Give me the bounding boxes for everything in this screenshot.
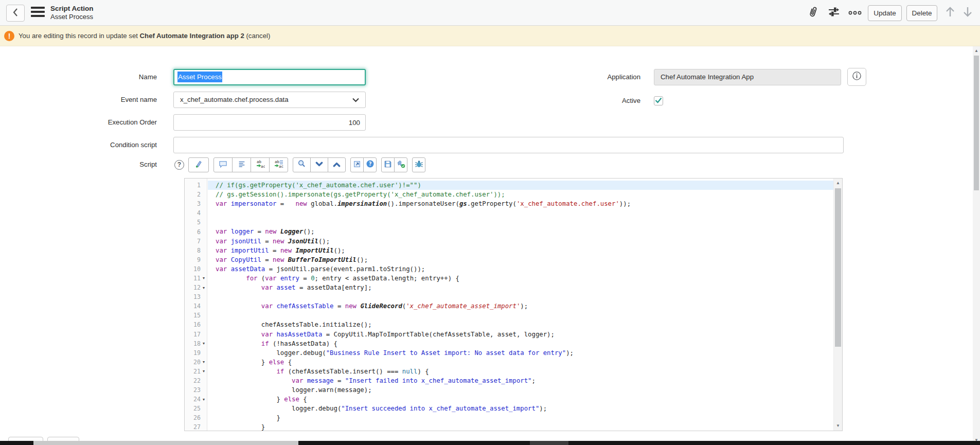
active-label: Active	[535, 93, 640, 109]
find-previous-button[interactable]	[328, 157, 346, 172]
code-line[interactable]: }	[208, 413, 833, 422]
code-fold-icon[interactable]: ▾	[201, 276, 207, 280]
line-number-row: 17	[185, 330, 207, 339]
editor-scroll-down-icon[interactable]: ▼	[834, 422, 842, 430]
update-button[interactable]: Update	[868, 5, 902, 21]
script-label: Script	[51, 156, 157, 173]
code-line[interactable]: var impersonator = new global.impersinat…	[208, 199, 833, 208]
code-fold-icon[interactable]: ▾	[201, 397, 207, 402]
page-scrollbar-thumb[interactable]	[974, 56, 979, 190]
event-name-label: Event name	[51, 92, 157, 108]
code-area[interactable]: // if(gs.getProperty('x_chef_automate.ch…	[208, 179, 833, 431]
save-button[interactable]	[381, 157, 395, 172]
line-number: 27	[193, 423, 201, 431]
line-number-row: 3	[185, 199, 207, 208]
code-line[interactable]: var assetData = jsonUtil.parse(event.par…	[208, 264, 833, 274]
debug-button[interactable]	[412, 157, 425, 172]
line-number: 26	[193, 414, 201, 421]
editor-scroll-up-icon[interactable]: ▲	[834, 180, 842, 187]
code-line[interactable]: var chefAssetsTable = new GlideRecord('x…	[208, 301, 833, 311]
event-name-value: x_chef_automate.chef.process.data	[180, 96, 289, 103]
open-in-new-window-button[interactable]	[350, 157, 364, 172]
more-options-button[interactable]	[848, 6, 862, 20]
code-line[interactable]: chefAssetsTable.initialize();	[208, 320, 833, 329]
line-number-row: 5	[185, 218, 207, 227]
line-number-gutter: 1234567891011▾12▾131415161718▾1920▾21▾22…	[185, 179, 207, 431]
delete-button[interactable]: Delete	[906, 5, 937, 21]
code-line[interactable]	[208, 218, 833, 227]
editor-scrollbar-thumb[interactable]	[835, 188, 841, 347]
line-number-row: 4	[185, 208, 207, 218]
bottom-bar-segment	[0, 441, 33, 445]
code-line[interactable]: var hasAssetData = CopyUtil.MapToImportT…	[208, 330, 833, 339]
comment-icon	[219, 160, 227, 170]
code-line[interactable]: // gs.getSession().impersonate(gs.getPro…	[208, 190, 833, 199]
code-line[interactable]: var logger = new Logger();	[208, 227, 833, 236]
code-line-active[interactable]: // if(gs.getProperty('x_chef_automate.ch…	[208, 181, 833, 190]
line-number: 21	[193, 368, 201, 375]
context-menu-icon[interactable]	[31, 7, 45, 19]
page-scrollbar[interactable]: ▲ ▼	[973, 46, 980, 445]
search-button[interactable]	[293, 157, 311, 172]
code-line[interactable]	[208, 292, 833, 301]
application-label: Application	[535, 69, 640, 85]
code-line[interactable]: logger.debug("Business Rule Insert to As…	[208, 348, 833, 358]
update-set-name: Chef Automate Integration app 2	[140, 32, 244, 40]
code-line[interactable]: if (!hasAssetData) {	[208, 339, 833, 348]
code-line[interactable]	[208, 208, 833, 218]
code-line[interactable]: logger.warn(message);	[208, 385, 833, 395]
code-line[interactable]: var importUtil = new ImportUtil();	[208, 246, 833, 255]
condition-script-input[interactable]	[173, 137, 844, 153]
code-fold-icon[interactable]: ▾	[201, 286, 207, 290]
code-fold-icon[interactable]: ▾	[201, 369, 207, 373]
code-line[interactable]: var asset = assetData[entry];	[208, 283, 833, 292]
editor-scrollbar[interactable]: ▲ ▼	[833, 179, 842, 431]
code-line[interactable]	[208, 311, 833, 320]
next-record-button[interactable]	[961, 6, 974, 20]
code-line[interactable]: }	[208, 422, 833, 431]
syntax-check-button[interactable]	[394, 157, 407, 172]
code-fold-icon[interactable]: ▾	[201, 341, 207, 346]
code-fold-icon[interactable]: ▾	[201, 360, 207, 364]
back-chevron-icon	[12, 7, 19, 20]
line-number: 24	[193, 396, 201, 403]
application-info-button[interactable]	[847, 68, 866, 86]
replace-all-button[interactable]: abac	[269, 157, 288, 172]
code-line[interactable]: if (chefAssetsTable.insert() === null) {	[208, 367, 833, 376]
attachment-button[interactable]	[806, 6, 819, 20]
comment-button[interactable]	[213, 157, 233, 172]
line-number-row: 1	[185, 181, 207, 190]
line-number-row: 24▾	[185, 395, 207, 404]
name-input[interactable]: Asset Process	[173, 69, 366, 85]
back-button[interactable]	[6, 5, 25, 22]
find-next-button[interactable]	[310, 157, 328, 172]
code-line[interactable]: } else {	[208, 358, 833, 367]
help-button[interactable]: ?	[363, 157, 377, 172]
code-line[interactable]: var jsonUtil = new JsonUtil();	[208, 237, 833, 246]
page-scroll-up-icon[interactable]: ▲	[973, 47, 980, 55]
event-name-select[interactable]: x_chef_automate.chef.process.data	[173, 92, 366, 108]
line-number: 25	[193, 405, 201, 412]
arrow-up-icon	[945, 6, 956, 20]
code-line[interactable]: } else {	[208, 395, 833, 404]
active-checkbox[interactable]	[654, 96, 663, 105]
code-line[interactable]: for (var entry = 0; entry < assetData.le…	[208, 274, 833, 283]
line-number-row: 20▾	[185, 358, 207, 367]
code-line[interactable]: var message = "Insert failed into x_chef…	[208, 376, 833, 385]
format-code-button[interactable]	[188, 157, 209, 172]
text-format-button[interactable]	[232, 157, 251, 172]
personalize-form-button[interactable]	[827, 6, 841, 20]
cancel-update-set-link[interactable]: (cancel)	[246, 32, 270, 40]
replace-button[interactable]: abac	[251, 157, 270, 172]
sliders-icon	[828, 6, 840, 20]
code-line[interactable]: var CopyUtil = new BufferToImportUtil();	[208, 255, 833, 264]
execution-order-input[interactable]	[173, 114, 366, 131]
previous-record-button[interactable]	[943, 6, 957, 20]
script-help-button[interactable]: ?	[174, 160, 184, 170]
search-icon	[297, 159, 306, 170]
line-number: 13	[193, 293, 201, 300]
line-number-row: 23	[185, 385, 207, 395]
code-line[interactable]: logger.debug("Insert succeeded into x_ch…	[208, 404, 833, 413]
warning-icon: !	[4, 31, 14, 41]
line-number-row: 14	[185, 301, 207, 311]
